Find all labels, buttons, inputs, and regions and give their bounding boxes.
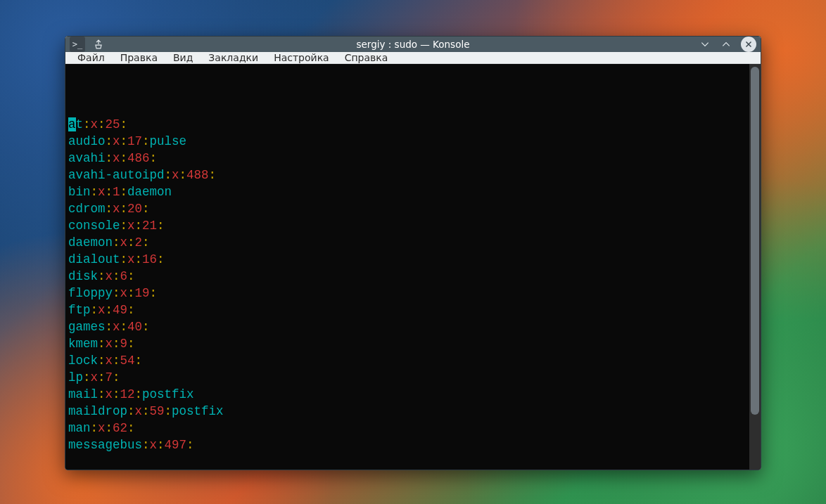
desktop-wallpaper: >_ sergiy : sudo — Konsole Файл Пр <box>0 0 826 504</box>
menu-bookmarks[interactable]: Закладки <box>201 52 266 63</box>
terminal-line: man:x:62: <box>68 420 746 437</box>
terminal-line: messagebus:x:497: <box>68 437 746 453</box>
terminal-line: kmem:x:9: <box>68 335 746 352</box>
terminal-scrollbar[interactable] <box>749 64 761 470</box>
terminal-line: ftp:x:49: <box>68 302 746 318</box>
menu-help[interactable]: Справка <box>337 52 396 63</box>
terminal-line: daemon:x:2: <box>68 234 746 251</box>
terminal-line: games:x:40: <box>68 318 746 335</box>
terminal-line: lock:x:54: <box>68 352 746 369</box>
menu-settings[interactable]: Настройка <box>266 52 337 63</box>
terminal-line: avahi:x:486: <box>68 150 746 167</box>
window-title: sergiy : sudo — Konsole <box>65 39 761 50</box>
pin-button[interactable] <box>92 38 105 51</box>
terminal-cursor: a <box>68 117 76 131</box>
terminal-line: maildrop:x:59:postfix <box>68 403 746 420</box>
terminal-line: dialout:x:16: <box>68 251 746 268</box>
terminal-line: floppy:x:19: <box>68 285 746 302</box>
menu-view[interactable]: Вид <box>165 52 201 63</box>
terminal-line: console:x:21: <box>68 217 746 234</box>
konsole-window: >_ sergiy : sudo — Konsole Файл Пр <box>65 36 761 470</box>
terminal-line: lp:x:7: <box>68 369 746 386</box>
scrollbar-thumb[interactable] <box>751 67 759 415</box>
terminal-line: at:x:25: <box>68 116 746 133</box>
minimize-button[interactable] <box>699 38 711 51</box>
terminal-line: cdrom:x:20: <box>68 200 746 217</box>
menu-file[interactable]: Файл <box>70 52 113 63</box>
terminal-line: avahi-autoipd:x:488: <box>68 167 746 183</box>
terminal-output[interactable]: at:x:25:audio:x:17:pulseavahi:x:486:avah… <box>65 64 749 470</box>
app-icon: >_ <box>70 37 85 52</box>
menubar: Файл Правка Вид Закладки Настройка Справ… <box>65 52 761 64</box>
maximize-button[interactable] <box>720 38 732 51</box>
terminal-line: audio:x:17:pulse <box>68 133 746 150</box>
terminal-line: disk:x:6: <box>68 268 746 285</box>
terminal-line: mail:x:12:postfix <box>68 386 746 403</box>
close-button[interactable] <box>741 37 756 52</box>
terminal-line: bin:x:1:daemon <box>68 183 746 200</box>
menu-edit[interactable]: Правка <box>113 52 165 63</box>
window-titlebar[interactable]: >_ sergiy : sudo — Konsole <box>65 37 761 52</box>
terminal-container: at:x:25:audio:x:17:pulseavahi:x:486:avah… <box>65 64 761 470</box>
